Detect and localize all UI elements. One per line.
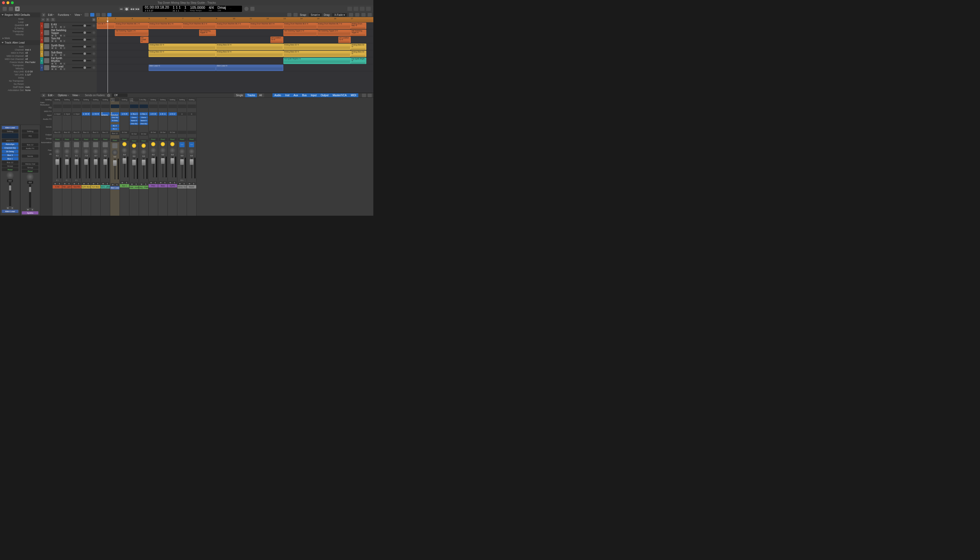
strip-input[interactable]: ⊙ B 20	[120, 112, 129, 116]
strip-setting[interactable]: Setting	[53, 98, 62, 102]
track-inspector-header[interactable]: Track: Alien Lead	[0, 40, 40, 45]
strip-solo[interactable]: S	[105, 182, 109, 185]
inspector-toggle-icon[interactable]	[9, 7, 13, 11]
strip-fader[interactable]	[94, 159, 97, 165]
mixer-filter-master-vca[interactable]: Master/VCA	[330, 93, 349, 97]
strip-fx-slot[interactable]: Space D	[140, 119, 148, 122]
lcd-extras[interactable]: ⋯	[230, 8, 240, 10]
strip-pan-knob[interactable]	[160, 148, 166, 153]
track-record[interactable]: R	[60, 40, 62, 42]
track-volume-slider[interactable]	[72, 25, 91, 26]
track-pan-knob[interactable]	[92, 24, 96, 27]
track-solo[interactable]: S	[55, 40, 57, 42]
region-inspector-header[interactable]: Region: MIDI Defaults	[0, 12, 40, 17]
track-name[interactable]: Alien Lead	[51, 65, 71, 68]
strip-output[interactable]: Bus 10	[72, 131, 81, 134]
ch1-fader[interactable]	[9, 183, 11, 206]
ch2-automation[interactable]: Read	[22, 170, 38, 173]
strip-eq-thumb[interactable]	[92, 105, 100, 108]
strip-db-value[interactable]: 0.0	[123, 154, 126, 155]
zoom-icon-2[interactable]	[355, 13, 359, 17]
strip-eq-thumb[interactable]	[168, 105, 177, 108]
track-volume-slider[interactable]	[72, 53, 91, 54]
mixer-view-all[interactable]: All	[257, 93, 264, 97]
mixer-view-tracks[interactable]: Tracks	[245, 93, 257, 97]
strip-pan-knob[interactable]	[93, 148, 98, 154]
strip-db-value[interactable]: 0.0	[113, 156, 116, 158]
strip-solo[interactable]: S	[163, 181, 167, 184]
strip-eq-thumb[interactable]	[140, 105, 148, 108]
strip-input[interactable]: ⊙ RetroSyn	[111, 112, 119, 116]
track-icon[interactable]	[43, 57, 50, 64]
strip-db-value[interactable]: -0.7	[94, 155, 97, 157]
strip-fader[interactable]	[65, 159, 69, 165]
insp-value[interactable]: Auto	[25, 86, 38, 88]
strip-input[interactable]: ⊙ B 10	[149, 112, 158, 116]
track-pan-knob[interactable]	[92, 38, 96, 42]
ch1-send2[interactable]: Bus 1	[2, 157, 18, 160]
region[interactable]: Analog Bass 02 ⟲	[351, 50, 366, 57]
strip-db-value[interactable]: 0.0	[133, 155, 135, 157]
strip-name[interactable]: Synth Bass	[82, 185, 91, 188]
track-header[interactable]: 4 Synth Bass MSRI	[40, 43, 97, 50]
ch1-send1[interactable]: Bus 3	[2, 153, 18, 157]
region[interactable]: Analog Bass 02 ⟲	[148, 50, 216, 57]
strip-mute[interactable]: M	[92, 182, 95, 185]
track-pan-knob[interactable]	[92, 45, 96, 48]
track-number[interactable]: 1	[40, 22, 43, 29]
tracks-functions-menu[interactable]: Functions▾	[57, 13, 72, 17]
region[interactable]: Hat Swishing Toppe ⟲	[351, 30, 366, 36]
track-volume-slider[interactable]	[72, 32, 91, 33]
strip-mute[interactable]: M	[130, 183, 134, 185]
strip-pan-knob[interactable]	[189, 148, 195, 154]
strip-db-value[interactable]: 0.0	[190, 155, 193, 157]
maximize-window[interactable]	[11, 1, 14, 4]
strip-eq-thumb[interactable]	[101, 105, 110, 108]
strip-mute[interactable]: M	[140, 183, 143, 185]
ch1-eq-thumb[interactable]	[2, 133, 18, 138]
snap-select[interactable]: Smart ▾	[309, 13, 322, 17]
mixer-filter-audio[interactable]: Audio	[272, 93, 283, 97]
forward-icon[interactable]: ▶▶	[135, 7, 140, 11]
notes-icon[interactable]	[353, 7, 358, 11]
strip-automation[interactable]: Read	[168, 138, 177, 141]
region[interactable]: Fat Synth Rhyth ⟲	[351, 58, 366, 64]
strip-setting[interactable]: Setting	[101, 98, 110, 102]
strip-eq-thumb[interactable]	[72, 105, 81, 108]
strip-output[interactable]: St Out	[130, 132, 138, 136]
track-input[interactable]: I	[63, 68, 66, 70]
strip-input[interactable]: ⊙ ES M	[82, 112, 90, 116]
pointer-tool-icon[interactable]	[287, 13, 292, 17]
strip-name[interactable]: Master	[187, 185, 196, 188]
strip-output[interactable]: St Out	[120, 131, 129, 134]
ch1-midifx[interactable]: MIDI FX	[2, 139, 18, 142]
region[interactable]: hine 86 ⟲	[97, 23, 115, 29]
strip-setting[interactable]: Setting	[168, 98, 177, 102]
strip-name[interactable]: Larg…Plate	[139, 186, 148, 189]
strip-setting[interactable]: Setting	[92, 98, 100, 102]
strip-fader[interactable]	[142, 160, 145, 165]
key-signature[interactable]: Dmaj	[218, 6, 226, 10]
strip-fader[interactable]	[113, 160, 117, 166]
region[interactable]: On Location To ⟲	[338, 37, 351, 43]
track-header[interactable]: 5 Sub Bass MSRI	[40, 50, 97, 57]
division[interactable]: /16	[209, 10, 213, 12]
strip-setting[interactable]: Setting	[159, 98, 167, 102]
strip-eq-thumb[interactable]	[111, 105, 119, 108]
region[interactable]: Analog Drum Mac ⟲	[351, 23, 366, 29]
track-number[interactable]: 4	[40, 43, 43, 50]
strip-solo[interactable]: S	[115, 183, 119, 186]
strip-name[interactable]: Synths	[168, 184, 177, 187]
region-lane[interactable]: Hat Swishing Topper.1 ⟲Hat Swishing Topp…	[97, 29, 373, 36]
strip-solo[interactable]: S	[58, 182, 61, 185]
track-icon[interactable]	[43, 22, 50, 29]
strip-mute[interactable]: M	[102, 182, 105, 185]
strip-input[interactable]: ⊙ Input	[53, 112, 62, 116]
track-icon[interactable]	[43, 43, 50, 50]
strip-pan-knob[interactable]	[55, 148, 60, 154]
strip-output[interactable]: St Out	[140, 132, 148, 136]
strip-input[interactable]: ⊙ B 11	[159, 112, 167, 116]
strip-automation[interactable]: Read	[63, 138, 71, 141]
ch1-group[interactable]: Group	[2, 164, 18, 167]
track-edit-arrow-icon[interactable]: ▾	[42, 13, 45, 17]
